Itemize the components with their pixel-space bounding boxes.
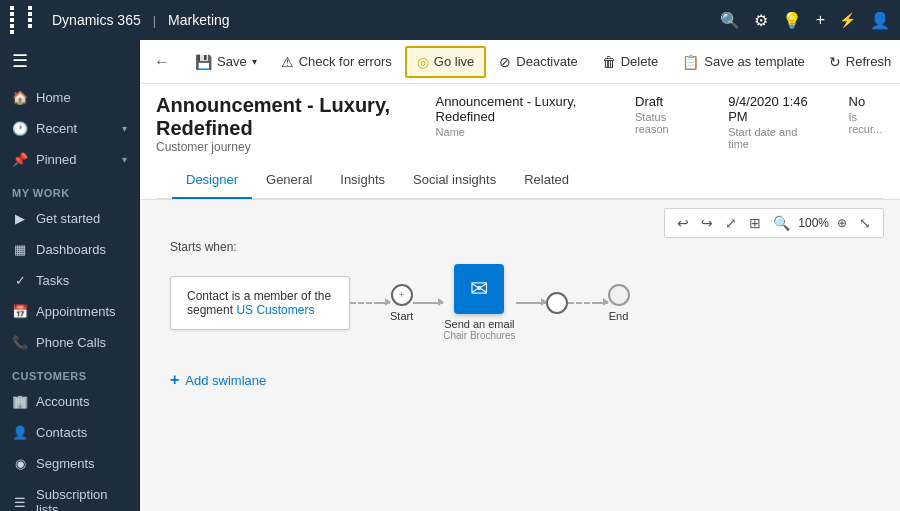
recent-icon: 🕐 — [12, 121, 28, 136]
main-content: ← 💾 Save ▾ ⚠ Check for errors ◎ Go live … — [140, 40, 900, 511]
delete-icon: 🗑 — [602, 54, 616, 70]
phone-calls-icon: 📞 — [12, 335, 28, 350]
swimlane-flow: Contact is a member of the segment US Cu… — [170, 264, 870, 341]
email-sublabel: Chair Brochures — [443, 330, 515, 341]
end-label: End — [609, 310, 629, 322]
email-node[interactable]: ✉ — [454, 264, 504, 314]
sidebar-item-accounts[interactable]: 🏢 Accounts — [0, 386, 139, 417]
add-swimlane-button[interactable]: + Add swimlane — [170, 371, 870, 389]
record-meta: Announcement - Luxury, Redefined Name Dr… — [436, 94, 884, 150]
tasks-icon: ✓ — [12, 273, 28, 288]
save-button[interactable]: 💾 Save ▾ — [184, 47, 268, 77]
settings-icon[interactable]: ⚙ — [754, 11, 768, 30]
end-label-node — [608, 284, 630, 306]
sidebar-item-pinned[interactable]: 📌 Pinned ▾ — [0, 144, 139, 175]
meta-status-label: Status reason — [635, 111, 688, 135]
connector-4 — [568, 302, 608, 304]
journey-canvas[interactable]: ↩ ↪ ⤢ ⊞ 🔍 100% ⊕ ⤡ Starts when: Contact … — [140, 200, 900, 511]
app-grid-icon[interactable] — [10, 6, 44, 34]
tab-designer[interactable]: Designer — [172, 162, 252, 199]
zoom-in-button[interactable]: ⊕ — [833, 214, 851, 232]
layout-button[interactable]: ⊞ — [745, 213, 765, 233]
top-nav-icons: 🔍 ⚙ 💡 + ⚡ 👤 — [720, 11, 890, 30]
condition-text1: Contact is a member of the — [187, 289, 331, 303]
check-icon: ⚠ — [281, 54, 294, 70]
sidebar-item-tasks[interactable]: ✓ Tasks — [0, 265, 139, 296]
sidebar-item-segments[interactable]: ◉ Segments — [0, 448, 139, 479]
record-header: Announcement - Luxury, Redefined Custome… — [140, 84, 900, 200]
condition-text2: segment — [187, 303, 233, 317]
back-button[interactable]: ← — [148, 49, 176, 75]
zoom-out-button[interactable]: 🔍 — [769, 213, 794, 233]
record-entity: Customer journey — [156, 140, 436, 154]
end-node-wrapper — [546, 292, 568, 314]
redo-button[interactable]: ↪ — [697, 213, 717, 233]
app-layout: ☰ 🏠 Home 🕐 Recent ▾ 📌 Pinned ▾ My Work ▶… — [0, 40, 900, 511]
delete-button[interactable]: 🗑 Delete — [591, 47, 670, 77]
add-icon[interactable]: + — [816, 11, 825, 29]
sidebar-toggle[interactable]: ☰ — [0, 40, 139, 82]
fullscreen-button[interactable]: ⤡ — [855, 213, 875, 233]
save-icon: 💾 — [195, 54, 212, 70]
sidebar-item-home[interactable]: 🏠 Home — [0, 82, 139, 113]
start-circle-node[interactable]: + — [391, 284, 413, 306]
subscription-lists-icon: ☰ — [12, 495, 28, 510]
sidebar-item-phone-calls[interactable]: 📞 Phone Calls — [0, 327, 139, 358]
get-started-icon: ▶ — [12, 211, 28, 226]
sidebar-item-appointments[interactable]: 📅 Appointments — [0, 296, 139, 327]
refresh-button[interactable]: ↻ Refresh — [818, 47, 900, 77]
end-circle-node[interactable] — [546, 292, 568, 314]
brand-name[interactable]: Dynamics 365 — [52, 12, 141, 28]
segments-icon: ◉ — [12, 456, 28, 471]
tab-social-insights[interactable]: Social insights — [399, 162, 510, 199]
add-swimlane-label: Add swimlane — [185, 373, 266, 388]
starts-when-label: Starts when: — [170, 240, 870, 254]
sidebar-item-subscription-lists[interactable]: ☰ Subscription lists — [0, 479, 139, 511]
filter-icon[interactable]: ⚡ — [839, 12, 856, 28]
save-template-button[interactable]: 📋 Save as template — [671, 47, 815, 77]
appointments-icon: 📅 — [12, 304, 28, 319]
meta-datetime-label: Start date and time — [728, 126, 808, 150]
save-template-icon: 📋 — [682, 54, 699, 70]
undo-button[interactable]: ↩ — [673, 213, 693, 233]
record-title: Announcement - Luxury, Redefined — [156, 94, 436, 140]
add-swimlane-icon: + — [170, 371, 179, 389]
meta-recurring-value: No — [849, 94, 884, 109]
segment-condition-box[interactable]: Contact is a member of the segment US Cu… — [170, 276, 350, 330]
contacts-icon: 👤 — [12, 425, 28, 440]
sidebar-item-recent[interactable]: 🕐 Recent ▾ — [0, 113, 139, 144]
record-tabs: Designer General Insights Social insight… — [156, 162, 884, 199]
nav-arrows: ← — [148, 49, 176, 75]
user-settings-icon[interactable]: 👤 — [870, 11, 890, 30]
save-dropdown-icon[interactable]: ▾ — [252, 56, 257, 67]
sidebar-item-get-started[interactable]: ▶ Get started — [0, 203, 139, 234]
email-node-wrapper[interactable]: ✉ Send an email Chair Brochures — [443, 264, 515, 341]
refresh-icon: ↻ — [829, 54, 841, 70]
recent-chevron-icon: ▾ — [122, 123, 127, 134]
deactivate-button[interactable]: ⊘ Deactivate — [488, 47, 588, 77]
sidebar-item-contacts[interactable]: 👤 Contacts — [0, 417, 139, 448]
connector-2 — [413, 302, 443, 304]
connector-1 — [350, 302, 390, 304]
sidebar-item-dashboards[interactable]: ▦ Dashboards — [0, 234, 139, 265]
top-navigation: Dynamics 365 | Marketing 🔍 ⚙ 💡 + ⚡ 👤 — [0, 0, 900, 40]
connector-3 — [516, 302, 546, 304]
segment-link[interactable]: US Customers — [236, 303, 314, 317]
search-icon[interactable]: 🔍 — [720, 11, 740, 30]
go-live-icon: ◎ — [417, 54, 429, 70]
meta-name-value: Announcement - Luxury, Redefined — [436, 94, 595, 124]
meta-recurring-label: Is recur... — [849, 111, 884, 135]
check-errors-button[interactable]: ⚠ Check for errors — [270, 47, 403, 77]
go-live-button[interactable]: ◎ Go live — [405, 46, 486, 78]
tab-insights[interactable]: Insights — [326, 162, 399, 199]
zoom-level: 100% — [798, 216, 829, 230]
fit-button[interactable]: ⤢ — [721, 213, 741, 233]
tab-general[interactable]: General — [252, 162, 326, 199]
canvas-toolbar: ↩ ↪ ⤢ ⊞ 🔍 100% ⊕ ⤡ — [664, 208, 884, 238]
accounts-icon: 🏢 — [12, 394, 28, 409]
tab-related[interactable]: Related — [510, 162, 583, 199]
help-icon[interactable]: 💡 — [782, 11, 802, 30]
meta-status: Draft Status reason — [635, 94, 688, 135]
start-label: Start — [390, 310, 413, 322]
deactivate-icon: ⊘ — [499, 54, 511, 70]
